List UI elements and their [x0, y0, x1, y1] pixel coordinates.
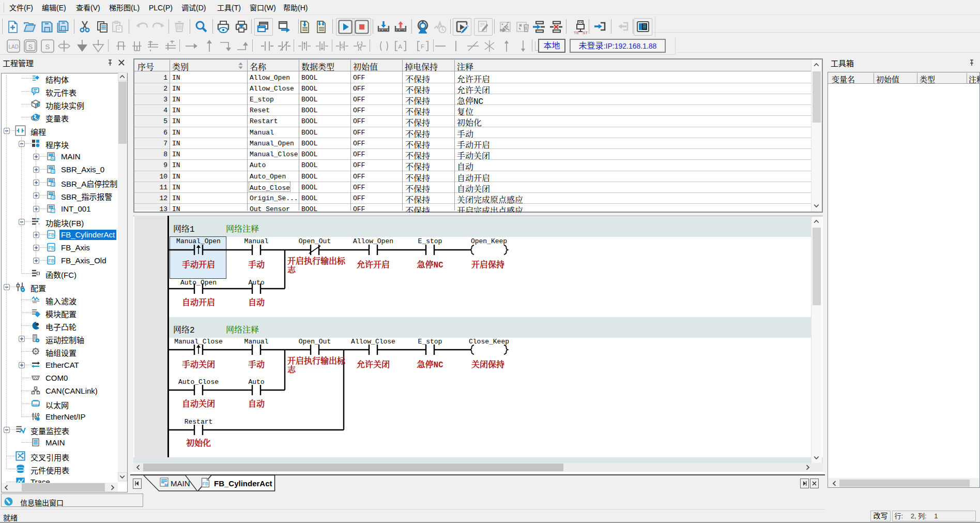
svg-text:I: I — [53, 209, 54, 213]
svg-text:ST: ST — [583, 31, 588, 35]
svg-text:C: C — [358, 43, 362, 49]
svg-text:S: S — [52, 183, 55, 187]
svg-text:S: S — [52, 196, 55, 200]
svg-text:M: M — [164, 483, 168, 487]
svg-text:TE: TE — [574, 31, 579, 35]
svg-text:S: S — [45, 43, 50, 51]
svg-text:FB: FB — [203, 481, 209, 486]
svg-text:A: A — [399, 43, 403, 50]
svg-text:M: M — [52, 157, 55, 160]
svg-text:LAD: LAD — [9, 44, 19, 50]
svg-text:F: F — [421, 43, 424, 50]
svg-text:S: S — [341, 43, 344, 49]
svg-text:S: S — [28, 43, 33, 51]
svg-text:FB: FB — [49, 245, 55, 250]
svg-text:S: S — [52, 170, 55, 174]
svg-text:FB: FB — [49, 232, 55, 237]
svg-text:FB: FB — [49, 258, 55, 263]
